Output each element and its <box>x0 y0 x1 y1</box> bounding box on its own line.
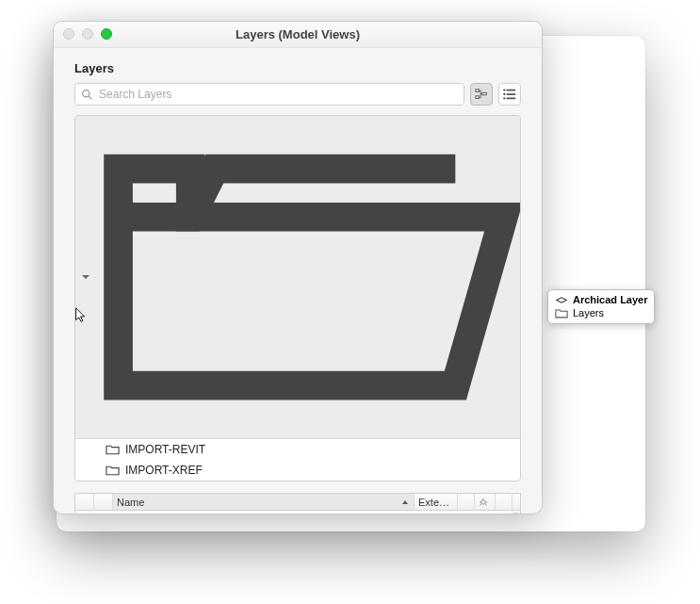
svg-point-9 <box>503 93 505 95</box>
sort-asc-icon <box>400 498 410 507</box>
tree-root[interactable]: Layers <box>75 116 520 439</box>
tooltip: Archicad Layer Layers <box>547 289 655 324</box>
list-view-icon <box>503 88 516 101</box>
tree-item[interactable]: IMPORT-XREF <box>75 460 520 481</box>
folder-tree: Layers IMPORT-REVIT IMPORT-XREF <box>74 115 521 482</box>
table-body: IMPORT-REVIT-IMPORT-XREF1Archicad Layer1… <box>75 511 520 514</box>
view-tree-button[interactable] <box>470 83 493 106</box>
col-name[interactable]: Name <box>113 494 415 510</box>
svg-rect-3 <box>476 96 480 99</box>
search-input[interactable] <box>99 88 458 101</box>
minimize-window-button[interactable] <box>82 28 93 40</box>
search-icon <box>81 89 93 101</box>
col-intersection[interactable] <box>496 494 513 510</box>
tree-item[interactable]: IMPORT-REVIT <box>75 439 520 460</box>
svg-rect-2 <box>476 90 480 92</box>
layer-header-icon <box>479 498 488 507</box>
col-lock[interactable] <box>458 494 475 510</box>
svg-point-10 <box>503 97 505 99</box>
window-title: Layers (Model Views) <box>54 27 542 41</box>
folder-icon <box>106 465 120 476</box>
close-window-button[interactable] <box>63 28 74 40</box>
layer-name: IMPORT-REVIT <box>135 514 215 514</box>
svg-line-1 <box>89 96 91 99</box>
zoom-window-button[interactable] <box>101 28 112 40</box>
col-visibility[interactable] <box>75 494 94 510</box>
window-controls <box>63 28 112 40</box>
tooltip-path: Layers <box>573 307 604 318</box>
chevron-down-icon <box>81 272 90 282</box>
scrollbar[interactable] <box>512 511 520 514</box>
table-row[interactable]: IMPORT-REVIT- <box>75 511 520 514</box>
search-field[interactable] <box>74 83 464 106</box>
scrollbar-thumb[interactable] <box>513 513 519 514</box>
tree-item-label: IMPORT-XREF <box>125 464 203 477</box>
tree-view-icon <box>475 88 488 101</box>
section-label: Layers <box>54 48 542 83</box>
col-extension[interactable]: Exte… <box>415 494 458 510</box>
layer-icon <box>555 295 568 305</box>
folder-icon <box>555 308 568 318</box>
titlebar: Layers (Model Views) <box>54 22 542 48</box>
col-element[interactable] <box>94 494 113 510</box>
svg-point-0 <box>83 90 90 96</box>
tree-item-label: IMPORT-REVIT <box>125 443 205 456</box>
svg-rect-4 <box>482 92 486 95</box>
mouse-cursor <box>74 307 88 328</box>
layers-table: Name Exte… IMPORT-REVIT-IMPORT-XREF1Arch… <box>74 493 521 514</box>
col-spacer <box>513 494 520 510</box>
table-header: Name Exte… <box>75 494 520 511</box>
tooltip-title: Archicad Layer <box>573 294 647 305</box>
folder-open-icon <box>94 121 521 433</box>
svg-point-8 <box>503 89 505 90</box>
name-cell[interactable]: IMPORT-REVIT <box>113 514 415 514</box>
view-list-button[interactable] <box>498 83 521 106</box>
col-wireframe[interactable] <box>475 494 496 510</box>
layers-dialog: Layers (Model Views) Layers Layers IMPOR… <box>53 21 543 514</box>
folder-icon <box>106 444 120 455</box>
